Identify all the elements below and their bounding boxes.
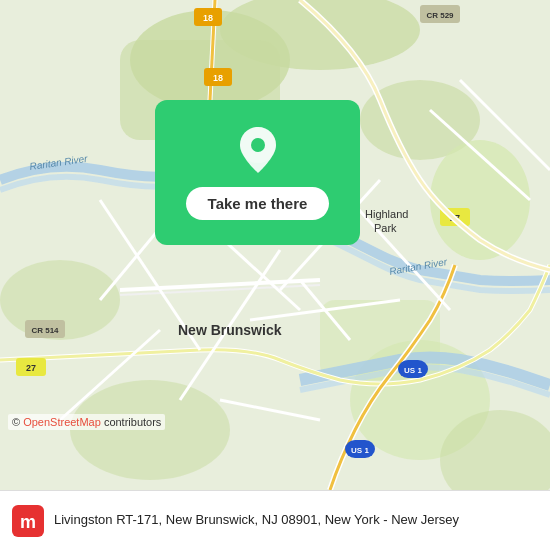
svg-text:27: 27: [26, 363, 36, 373]
svg-point-49: [251, 138, 265, 152]
svg-text:New Brunswick: New Brunswick: [178, 322, 282, 338]
osm-contributors: contributors: [101, 416, 162, 428]
svg-text:CR 514: CR 514: [31, 326, 59, 335]
address-text: Livingston RT-171, New Brunswick, NJ 089…: [54, 511, 538, 529]
osm-credit: © OpenStreetMap contributors: [8, 414, 165, 430]
action-card: Take me there: [155, 100, 360, 245]
moovit-icon: m: [12, 505, 44, 537]
location-pin-icon: [238, 125, 278, 175]
svg-text:CR 529: CR 529: [426, 11, 454, 20]
svg-text:18: 18: [213, 73, 223, 83]
osm-text: ©: [12, 416, 23, 428]
info-bar: m Livingston RT-171, New Brunswick, NJ 0…: [0, 490, 550, 550]
osm-link[interactable]: OpenStreetMap: [23, 416, 101, 428]
moovit-logo: m: [12, 505, 44, 537]
svg-text:Park: Park: [374, 222, 397, 234]
svg-text:m: m: [20, 512, 36, 532]
map-container: 18 18 CR 529 27 27 US 1 US 1 CR 514: [0, 0, 550, 490]
svg-text:US 1: US 1: [404, 366, 422, 375]
svg-point-7: [70, 380, 230, 480]
svg-text:Highland: Highland: [365, 208, 408, 220]
take-me-there-button[interactable]: Take me there: [186, 187, 330, 220]
svg-text:18: 18: [203, 13, 213, 23]
svg-text:US 1: US 1: [351, 446, 369, 455]
